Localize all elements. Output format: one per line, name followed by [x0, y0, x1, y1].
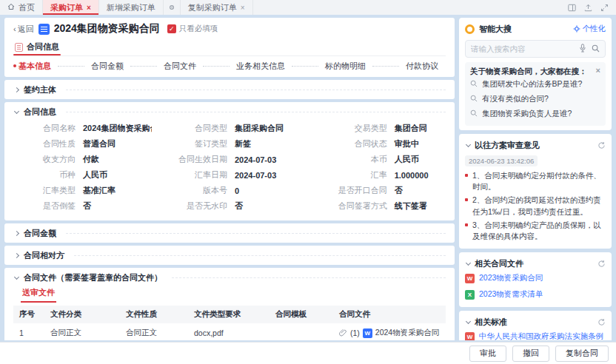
step-contract-files[interactable]: 合同文件 — [164, 61, 196, 72]
copy-contract-button[interactable]: 复制合同 — [555, 346, 609, 362]
chevron-down-icon — [466, 260, 471, 266]
files-table: 序号 文件分类 文件性质 文件类型要求 合同模板 合同文件 1 合同正文 合同正… — [13, 306, 446, 340]
search-icon — [470, 95, 478, 104]
tab-gear-icon[interactable] — [164, 0, 181, 15]
tab-new-purchase-order[interactable]: 新增采购订单 — [99, 0, 164, 15]
tab-contract-info[interactable]: 合同信息 — [13, 38, 61, 55]
refresh-icon[interactable] — [597, 318, 606, 326]
refresh-icon[interactable] — [597, 260, 606, 268]
step-contract-amount[interactable]: 合同金额 — [91, 61, 124, 72]
hot-search-item[interactable]: 集团研发中心的法务BP是谁? — [470, 77, 600, 92]
section-contract-amount-header[interactable]: 合同金额 — [13, 226, 446, 240]
contract-doc-icon — [38, 24, 50, 35]
col-category: 文件分类 — [44, 306, 120, 323]
word-file-icon: W — [465, 274, 475, 283]
contract-info-form: 合同名称2024集团物资采购合同 合同类型集团采购合同 交易类型集团合同 合同性… — [13, 118, 446, 218]
close-icon[interactable]: × — [596, 67, 600, 75]
attachment-count[interactable]: (1) — [350, 328, 360, 337]
required-only-toggle[interactable]: ✓ 只看必填项 — [167, 24, 218, 34]
related-file-link[interactable]: X 2023物资需求清单 — [465, 286, 606, 303]
search-icon[interactable] — [592, 42, 600, 55]
tab-purchase-order[interactable]: 采购订单 × — [43, 0, 99, 15]
tab-new-purchase-order-label: 新增采购订单 — [107, 2, 155, 13]
related-files-header[interactable]: 相关合同文件 — [465, 257, 606, 270]
section-signing-party: 签约主体 — [4, 80, 455, 99]
hot-search-header: 关于物资采购合同，大家都在搜： × — [470, 67, 600, 77]
attachment-file-name[interactable]: 2024物资采购合同.docx — [375, 328, 440, 338]
step-payment-agreement[interactable]: 付款协议 — [406, 61, 438, 72]
field-no-watermark: 是否无水印否 — [156, 198, 306, 214]
field-contract-type: 合同类型集团采购合同 — [156, 121, 306, 136]
close-icon[interactable]: × — [87, 4, 91, 12]
step-connector — [130, 66, 157, 67]
step-connector — [292, 66, 318, 67]
field-version: 版本号0 — [156, 183, 306, 198]
related-files-card: 相关合同文件 W 2023物资采购合同 X 2023物资需求清单 — [459, 252, 612, 307]
review-opinions-header[interactable]: 以往方案审查意见 — [465, 138, 606, 152]
nature-cell: 合同正文 — [120, 323, 188, 340]
standards-header[interactable]: 相关标准 — [465, 315, 606, 328]
col-seq: 序号 — [13, 306, 44, 323]
tab-purchase-order-label: 采购订单 — [50, 2, 83, 13]
step-connector — [203, 66, 230, 67]
upload-icon[interactable] — [584, 4, 592, 12]
field-exchange-rate: 汇率1.000000 — [310, 167, 446, 183]
field-open-contract: 是否开口合同否 — [310, 183, 446, 198]
divider — [66, 112, 446, 112]
word-file-icon: W — [363, 328, 372, 338]
standard-link[interactable]: W中华人民共和国政府采购法实施条例 — [465, 328, 606, 340]
contract-header-row: ‹ 返回 2024集团物资采购合同 ✓ 只看必填项 — [13, 19, 446, 38]
hot-search-title: 关于物资采购合同，大家都在搜： — [470, 67, 587, 77]
section-contract-files-header[interactable]: 合同文件（需要签署盖章的合同文件） — [13, 271, 446, 284]
expand-icon[interactable] — [600, 4, 609, 12]
approve-button[interactable]: 审批 — [469, 346, 506, 362]
tab-copy-purchase-order-label: 复制采购订单 — [188, 2, 237, 13]
subtab-review-files[interactable]: 送审文件 — [21, 286, 56, 303]
contract-header-card: ‹ 返回 2024集团物资采购合同 ✓ 只看必填项 合同信息 基本信息 合同金额 — [4, 18, 455, 77]
field-effective-date: 合同生效日期2024-07-03 — [156, 152, 306, 167]
mic-icon[interactable] — [579, 42, 586, 55]
back-link[interactable]: ‹ 返回 — [13, 24, 34, 35]
step-nav: 基本信息 合同金额 合同文件 业务相关信息 标的物明细 付款协议 — [13, 56, 446, 75]
col-nature: 文件性质 — [120, 306, 188, 323]
related-file-link[interactable]: W 2023物资采购合同 — [465, 270, 606, 286]
related-files-title: 相关合同文件 — [475, 258, 523, 269]
personalize-link[interactable]: 个性化 — [573, 24, 606, 34]
step-business-info[interactable]: 业务相关信息 — [236, 61, 285, 72]
divider — [66, 233, 446, 234]
required-only-label: 只看必填项 — [179, 24, 218, 34]
divider — [66, 90, 446, 90]
col-template: 合同模板 — [270, 306, 333, 323]
hot-search-item[interactable]: 有没有类似的合同? — [470, 92, 600, 107]
step-subject-detail[interactable]: 标的物明细 — [325, 61, 366, 72]
section-contract-info-header[interactable]: 合同信息 — [13, 105, 446, 118]
smart-search-card: 智能大搜 个性化 关于物资采购合同，大家都在搜： × 集团研发中心的法务BP — [459, 18, 612, 130]
step-connector — [372, 66, 399, 67]
divider — [74, 255, 446, 256]
chevron-down-icon — [466, 141, 471, 146]
smart-search-icon — [465, 24, 475, 34]
refresh-icon[interactable] — [597, 141, 606, 149]
layout-icon[interactable] — [568, 4, 576, 12]
review-item: 3、合同未明确约定产品的质保期，以及维保的具体内容。 — [465, 220, 606, 242]
chevron-down-icon — [14, 108, 19, 113]
close-icon[interactable]: × — [241, 4, 245, 12]
home-icon — [7, 3, 15, 12]
section-contract-amount: 合同金额 — [4, 223, 455, 243]
field-trade-type: 交易类型集团合同 — [310, 121, 446, 136]
tab-home[interactable]: 首页 — [0, 0, 43, 15]
field-sign-method: 合同签署方式线下签署 — [310, 198, 446, 214]
top-tab-bar: 首页 采购订单 × 新增采购订单 复制采购订单 × — [0, 0, 616, 15]
checkbox-checked-icon[interactable]: ✓ — [167, 24, 176, 33]
step-basic-info[interactable]: 基本信息 — [13, 61, 51, 72]
tab-copy-purchase-order[interactable]: 复制采购订单 × — [181, 0, 253, 15]
window-controls — [568, 0, 616, 15]
section-counterparty-header[interactable]: 合同相对方 — [13, 249, 446, 262]
field-payment-direction: 收支方向付款 — [13, 152, 152, 167]
review-item: 1、合同未明确约定分期付款的条件、时间。 — [465, 170, 606, 192]
paperclip-icon — [339, 328, 347, 338]
search-input[interactable] — [471, 44, 574, 53]
hot-search-item[interactable]: 集团物资采购负责人是谁? — [470, 107, 600, 121]
withdraw-button[interactable]: 撤回 — [512, 346, 549, 362]
section-signing-party-header[interactable]: 签约主体 — [13, 83, 446, 96]
